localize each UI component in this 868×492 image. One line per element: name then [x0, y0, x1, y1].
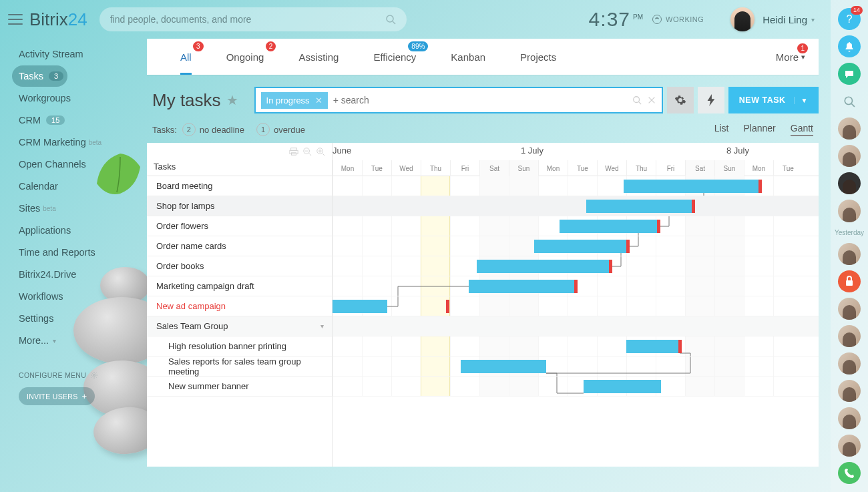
work-status[interactable]: WORKING [652, 15, 704, 24]
gantt-task-row[interactable]: Shop for lamps [147, 196, 332, 216]
gantt-task-row[interactable]: High resolution banner printing [147, 336, 332, 356]
configure-menu-link[interactable]: CONFIGURE MENU [19, 371, 140, 379]
gantt-month-label: June [333, 146, 351, 156]
lock-button[interactable] [838, 270, 861, 292]
quick-action-button[interactable] [698, 87, 724, 113]
gantt-task-row[interactable]: Order books [147, 256, 332, 276]
page-title: My tasks [152, 90, 221, 111]
new-task-dropdown-icon[interactable]: ▼ [794, 97, 808, 104]
gantt-task-row[interactable]: Sales reports for sales team group meeti… [147, 356, 332, 377]
zoom-in-icon[interactable] [316, 147, 325, 156]
sidebar-item[interactable]: CRM Marketingbeta [12, 132, 140, 153]
view-planner[interactable]: Planner [743, 123, 775, 136]
contact-avatar[interactable] [838, 352, 861, 375]
gantt-bar[interactable] [560, 220, 658, 233]
gantt-bar[interactable] [624, 180, 760, 193]
user-menu[interactable]: Heidi Ling ▾ [730, 7, 815, 31]
svg-rect-7 [291, 148, 297, 151]
no-deadline-link[interactable]: no deadline [200, 125, 244, 135]
favorite-star-icon[interactable]: ★ [226, 92, 238, 108]
gantt-task-row[interactable]: New ad campaign [147, 296, 332, 316]
gantt-bar[interactable] [626, 340, 680, 353]
sidebar-item[interactable]: Bitrix24.Drive [12, 264, 140, 285]
contact-avatar[interactable] [838, 435, 861, 457]
gantt-task-row[interactable]: Marketing campaign draft [147, 276, 332, 296]
contact-avatar[interactable] [838, 407, 861, 429]
tab[interactable]: Kanban [433, 39, 503, 75]
sidebar-item[interactable]: Workflows [12, 286, 140, 307]
global-search-input[interactable] [110, 14, 385, 25]
user-avatar [730, 7, 754, 31]
contact-avatar[interactable] [838, 145, 861, 167]
gantt-task-row[interactable]: Order name cards [147, 236, 332, 256]
contact-avatar[interactable] [838, 243, 861, 265]
contact-avatar[interactable] [838, 380, 861, 402]
gantt-bar[interactable] [461, 360, 546, 373]
phone-icon [844, 468, 855, 479]
gantt-task-row[interactable]: Order flowers [147, 216, 332, 236]
clock: 4:37 PM [589, 8, 643, 31]
print-icon[interactable] [289, 147, 298, 156]
sidebar-item[interactable]: Sitesbeta [12, 198, 140, 219]
help-button[interactable]: ? 14 [838, 8, 861, 30]
tabs-more[interactable]: More▾1 [776, 51, 805, 63]
contact-avatar[interactable] [838, 298, 861, 320]
gantt-task-row[interactable]: New summer banner [147, 377, 332, 397]
phone-button[interactable] [838, 462, 861, 484]
messages-button[interactable] [838, 63, 861, 85]
gantt-bar[interactable] [469, 280, 576, 293]
view-list[interactable]: List [714, 123, 729, 136]
sidebar-item[interactable]: Activity Stream [12, 43, 140, 65]
contact-avatar[interactable] [838, 172, 861, 194]
sidebar-item[interactable]: Applications [12, 220, 140, 241]
new-task-button[interactable]: NEW TASK ▼ [728, 87, 819, 113]
gantt-group-row[interactable]: Sales Team Group [147, 316, 332, 336]
sidebar-item[interactable]: Open Channels [12, 154, 140, 175]
sidebar-item-label: Workflows [19, 291, 63, 302]
settings-gear-button[interactable] [667, 87, 694, 113]
sidebar-item[interactable]: Workgroups [12, 87, 140, 109]
contact-avatar[interactable] [838, 325, 861, 347]
sidebar-item[interactable]: Time and Reports [12, 242, 140, 263]
sidebar-item[interactable]: Tasks3 [12, 65, 67, 87]
gantt-bar[interactable] [534, 240, 628, 253]
contact-avatar[interactable] [838, 117, 861, 140]
gantt-bar[interactable] [586, 200, 693, 213]
tab[interactable]: Projects [503, 39, 574, 75]
tab[interactable]: All3 [163, 39, 209, 75]
notifications-button[interactable] [838, 35, 861, 57]
overdue-count[interactable]: 1 [256, 123, 270, 136]
sidebar-item[interactable]: CRM15 [12, 109, 140, 131]
overdue-link[interactable]: overdue [274, 125, 305, 135]
contact-avatar[interactable] [838, 200, 861, 222]
menu-toggle-icon[interactable] [8, 14, 23, 25]
sidebar-item[interactable]: Settings [12, 308, 140, 329]
gantt-bar[interactable] [333, 300, 387, 313]
tab[interactable]: Efficiency89% [356, 39, 433, 75]
gantt-bar[interactable] [477, 260, 610, 273]
tab[interactable]: Ongoing2 [209, 39, 282, 75]
tab[interactable]: Assisting [281, 39, 356, 75]
view-gantt[interactable]: Gantt [791, 123, 813, 136]
app-logo[interactable]: Bitrix24 [29, 9, 87, 30]
zoom-out-icon[interactable] [302, 147, 312, 156]
task-filter[interactable]: In progress ✕ [254, 87, 663, 113]
filter-chip[interactable]: In progress ✕ [261, 92, 328, 109]
invite-users-button[interactable]: INVITE USERS+ [19, 387, 95, 405]
new-task-label: NEW TASK [739, 95, 786, 105]
gantt-day-header: Fri [656, 160, 685, 176]
filter-search-input[interactable] [333, 95, 632, 105]
filter-search-icon[interactable] [632, 95, 642, 105]
sidebar-item[interactable]: Calendar [12, 176, 140, 197]
filter-chip-remove-icon[interactable]: ✕ [315, 95, 322, 105]
sidebar-item[interactable]: More...▾ [12, 330, 140, 351]
gantt-task-label: Board meeting [156, 181, 213, 191]
rail-search-button[interactable] [838, 90, 861, 112]
gantt-task-row[interactable]: Board meeting [147, 176, 332, 196]
filter-clear-icon[interactable] [647, 95, 656, 105]
gantt-bar[interactable] [584, 380, 661, 393]
global-search[interactable] [99, 7, 407, 31]
lightning-icon [706, 94, 716, 106]
no-deadline-count[interactable]: 2 [182, 123, 196, 136]
gantt-timeline-row [333, 377, 819, 397]
